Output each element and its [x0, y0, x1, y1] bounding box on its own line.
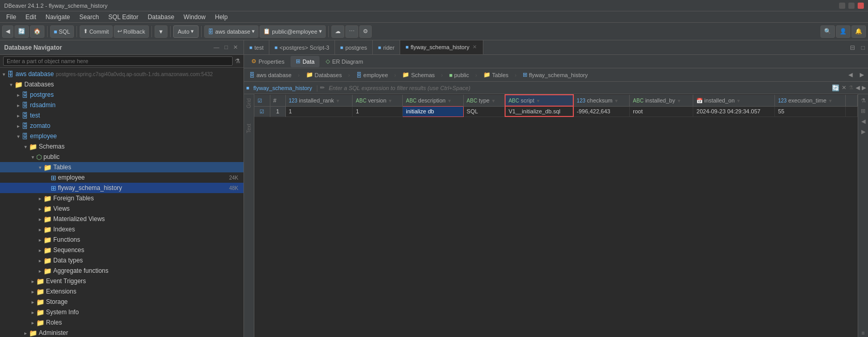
home-button[interactable]: 🏠 — [30, 25, 44, 38]
db-selector-btn[interactable]: 🗄 aws database ▾ — [204, 25, 258, 38]
tree-arrow-system-info[interactable]: ▸ — [29, 310, 36, 315]
cloud-btn[interactable]: ☁ — [331, 25, 344, 38]
tree-arrow-tables[interactable]: ▾ — [36, 165, 43, 170]
tree-arrow-test[interactable]: ▸ — [14, 113, 22, 119]
search-input[interactable] — [3, 56, 233, 66]
tree-item-storage[interactable]: ▸📁Storage — [0, 297, 243, 307]
menu-database[interactable]: Database — [144, 12, 178, 22]
menu-navigate[interactable]: Navigate — [41, 12, 74, 22]
breadcrumb-tables[interactable]: 📁 Tables — [480, 70, 512, 79]
tree-item-zomato[interactable]: ▸🗄zomato — [0, 121, 243, 131]
schema-selector-btn[interactable]: 📋 public@employee ▾ — [260, 25, 326, 38]
tree-arrow-foreign-tables[interactable]: ▸ — [36, 196, 43, 201]
tree-item-aws-db[interactable]: ▾🗄aws databasepostgres-spring.c7sgi40a0v… — [0, 69, 243, 79]
breadcrumb-aws-db[interactable]: 🗄 aws database — [246, 71, 295, 79]
tree-item-test[interactable]: ▸🗄test — [0, 110, 243, 121]
tree-item-schemas[interactable]: ▾📁Schemas — [0, 141, 243, 152]
col-execution-time-header[interactable]: 123execution_time▼ — [774, 95, 845, 106]
data-table-wrapper[interactable]: ☑ # 123installed_rank▼ ABCversion▼ ABCde… — [254, 94, 858, 337]
breadcrumb-schemas[interactable]: 📁 Schemas — [399, 70, 438, 79]
sidebar-filter-btn[interactable]: ⚗ — [860, 96, 867, 105]
sub-tab-data[interactable]: ⊞ Data — [291, 56, 319, 67]
tree-arrow-administer[interactable]: ▸ — [22, 330, 29, 336]
forward-button[interactable]: 🔄 — [14, 25, 29, 38]
tree-arrow-event-triggers[interactable]: ▸ — [29, 279, 36, 284]
breadcrumb-flyway[interactable]: ⊞ flyway_schema_history — [520, 70, 591, 79]
tree-arrow-functions[interactable]: ▸ — [36, 237, 43, 243]
profile-btn[interactable]: 👤 — [836, 25, 850, 38]
col-script-header[interactable]: ABCscript▼ — [505, 95, 573, 106]
tree-item-indexes[interactable]: ▸📁Indexes — [0, 224, 243, 235]
tree-arrow-aws-db[interactable]: ▾ — [0, 71, 7, 77]
tree-arrow-databases[interactable]: ▾ — [7, 82, 14, 87]
col-installed-rank-header[interactable]: 123installed_rank▼ — [285, 95, 353, 106]
menu-help[interactable]: Help — [211, 12, 232, 22]
col-installed-by-header[interactable]: ABCinstalled_by▼ — [630, 95, 693, 106]
menu-search[interactable]: Search — [75, 12, 103, 22]
filter-prev-icon[interactable]: ◀ — [856, 84, 860, 91]
tree-arrow-rdsadmin[interactable]: ▸ — [14, 102, 22, 108]
filter-refresh-btn[interactable]: 🔄 — [832, 84, 840, 92]
minimize-button[interactable] — [839, 3, 845, 9]
tab-flyway[interactable]: ■ flyway_schema_history ✕ — [400, 40, 483, 55]
tree-item-rdsadmin[interactable]: ▸🗄rdsadmin — [0, 100, 243, 110]
breadcrumb-public[interactable]: ■ public — [446, 71, 472, 79]
menu-window[interactable]: Window — [179, 12, 210, 22]
row-checkbox-0[interactable]: ☑ — [254, 106, 270, 116]
maximize-button[interactable] — [848, 3, 855, 9]
tab-rider[interactable]: ■ rider — [373, 40, 400, 55]
close-button[interactable] — [858, 3, 864, 9]
col-installed-on-header[interactable]: 📅installed_on▼ — [693, 95, 775, 106]
filter-clear-btn[interactable]: ✕ — [842, 84, 846, 91]
col-checksum-header[interactable]: 123checksum▼ — [573, 95, 630, 106]
tab-postgres[interactable]: ■ postgres — [335, 40, 373, 55]
arrow-down-button[interactable]: ▼ — [155, 25, 167, 38]
tree-arrow-zomato[interactable]: ▸ — [14, 123, 22, 129]
tree-item-employee[interactable]: ▾🗄employee — [0, 131, 243, 141]
settings-btn[interactable]: ⚙ — [359, 25, 372, 38]
tree-arrow-agg-functions[interactable]: ▸ — [36, 268, 43, 274]
breadcrumb-databases[interactable]: 📁 Databases — [303, 70, 345, 79]
col-type-header[interactable]: ABCtype▼ — [463, 95, 505, 106]
tree-arrow-indexes[interactable]: ▸ — [36, 227, 43, 232]
tree-arrow-roles[interactable]: ▸ — [29, 320, 36, 326]
commit-button[interactable]: ⬆ Commit — [80, 25, 113, 38]
menu-file[interactable]: File — [2, 12, 20, 22]
tree-item-tables[interactable]: ▾📁Tables — [0, 162, 243, 172]
tree-item-functions[interactable]: ▸📁Functions — [0, 235, 243, 245]
tree-item-postgres[interactable]: ▸🗄postgres — [0, 90, 243, 100]
tree-item-views[interactable]: ▸📁Views — [0, 203, 243, 214]
collapse-btn[interactable]: — — [212, 43, 221, 51]
tree-item-administer[interactable]: ▸📁Administer — [0, 328, 243, 337]
sub-tab-er[interactable]: ◇ ER Diagram — [321, 56, 368, 67]
tree-item-event-triggers[interactable]: ▸📁Event Triggers — [0, 276, 243, 286]
sidebar-arrow-left-btn[interactable]: ◀ — [860, 117, 866, 126]
filter-input[interactable] — [327, 85, 830, 91]
tree-item-databases[interactable]: ▾📁Databases — [0, 79, 243, 90]
tree-item-extensions[interactable]: ▸📁Extensions — [0, 286, 243, 297]
sidebar-arrow-right-btn[interactable]: ▶ — [860, 127, 866, 136]
tab-flyway-close[interactable]: ✕ — [471, 44, 478, 50]
nav-next-btn[interactable]: ▶ — [858, 71, 866, 78]
tree-item-roles[interactable]: ▸📁Roles — [0, 317, 243, 328]
tree-item-sequences[interactable]: ▸📁Sequences — [0, 245, 243, 255]
tab-test[interactable]: ■ test — [244, 40, 269, 55]
tab-expand-btn[interactable]: □ — [858, 44, 868, 51]
tree-arrow-storage[interactable]: ▸ — [29, 299, 36, 305]
notifications-btn[interactable]: 🔔 — [851, 25, 866, 38]
tree-item-foreign-tables[interactable]: ▸📁Foreign Tables — [0, 193, 243, 203]
sub-tab-properties[interactable]: ⚙ Properties — [246, 56, 290, 67]
sidebar-cols-btn[interactable]: ⊞ — [860, 107, 866, 115]
tree-arrow-extensions[interactable]: ▸ — [29, 289, 36, 295]
sidebar-panel-btn[interactable]: ≡ — [860, 329, 865, 337]
tree-arrow-materialized-views[interactable]: ▸ — [36, 216, 43, 222]
menu-edit[interactable]: Edit — [21, 12, 40, 22]
auto-dropdown[interactable]: Auto ▾ — [173, 25, 199, 38]
filter-icon[interactable]: ⚗ — [235, 57, 240, 65]
nav-prev-btn[interactable]: ◀ — [846, 71, 855, 78]
tree-arrow-schemas[interactable]: ▾ — [22, 144, 29, 150]
close-panel-btn[interactable]: ✕ — [232, 43, 239, 51]
menu-sql-editor[interactable]: SQL Editor — [104, 12, 142, 22]
tree-item-system-info[interactable]: ▸📁System Info — [0, 307, 243, 317]
tree-arrow-views[interactable]: ▸ — [36, 206, 43, 212]
